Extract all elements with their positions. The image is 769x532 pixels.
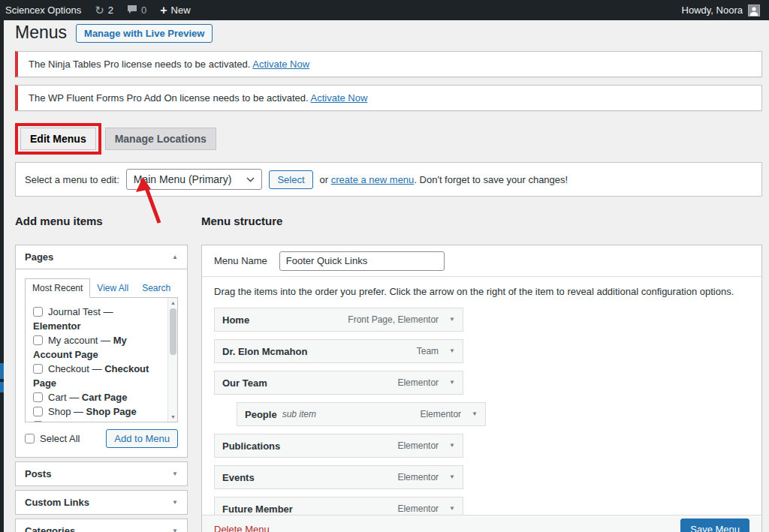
menu-item[interactable]: People sub item Elementor ▼ — [237, 402, 486, 426]
select-menu-label: Select a menu to edit: — [25, 174, 119, 185]
accordion-panel-posts[interactable]: Posts ▼ — [15, 461, 188, 486]
menu-item-label: Events — [222, 472, 255, 483]
chevron-down-icon[interactable]: ▼ — [472, 411, 478, 417]
menu-dropdown[interactable]: Main Menu (Primary) — [126, 169, 263, 190]
activate-now-link[interactable]: Activate Now — [252, 59, 309, 70]
create-new-menu-link[interactable]: create a new menu — [331, 174, 415, 185]
chevron-down-icon[interactable]: ▼ — [449, 474, 455, 480]
page-item-label-bold: Elementor — [33, 320, 81, 332]
select-all-input[interactable] — [25, 434, 35, 443]
menu-item[interactable]: Our Team Elementor ▼ — [214, 371, 463, 395]
page-checkbox-item[interactable]: Checkout — Checkout Page — [33, 362, 161, 390]
chevron-up-icon: ▲ — [172, 254, 178, 260]
page-checkbox-item[interactable]: Sample Page — [33, 419, 161, 422]
page-title: Menus — [15, 23, 67, 42]
menu-item-label: Publications — [222, 440, 280, 452]
license-notice-fluent-forms: The WP Fluent Forms Pro Add On license n… — [15, 85, 762, 111]
menu-item-meta: Elementor — [397, 440, 439, 451]
updates-icon: ↻ — [95, 5, 104, 16]
page-item-label: Checkout — — [48, 363, 104, 374]
publishing-actions: Delete Menu Save Menu — [202, 515, 761, 532]
page-item-label: Cart — — [48, 392, 82, 403]
howdy-account-menu[interactable]: Howdy, Noora — [682, 5, 743, 16]
page-checkbox-item[interactable]: Journal Test — Elementor — [33, 305, 161, 333]
accordion-label: Posts — [25, 468, 51, 479]
or-text: or — [320, 174, 331, 185]
tab-edit-menus[interactable]: Edit Menus — [20, 128, 96, 150]
updates-count: 2 — [108, 5, 113, 16]
menu-dropdown-value: Main Menu (Primary) — [134, 173, 232, 185]
pages-panel-header[interactable]: Pages ▲ — [16, 245, 187, 269]
pages-tabs: Most Recent View All Search — [25, 278, 178, 298]
menu-item[interactable]: Home Front Page, Elementor ▼ — [214, 308, 463, 332]
accordion-panel-categories[interactable]: Categories ▼ — [15, 518, 188, 532]
drag-instructions: Drag the items into the order you prefer… — [214, 286, 749, 297]
admin-bar: Sciencex Options ↻ 2 0 + New Howdy, Noor… — [0, 0, 769, 20]
new-label: New — [171, 5, 191, 16]
menu-item-label: Our Team — [222, 377, 267, 389]
comments-menu[interactable]: 0 — [127, 5, 146, 16]
page-item-label: Shop — — [48, 406, 86, 417]
scroll-up-icon[interactable]: ▲ — [168, 298, 178, 308]
license-notice-ninja-tables: The Ninja Tables Pro license needs to be… — [15, 51, 762, 77]
menu-item[interactable]: Publications Elementor ▼ — [214, 434, 463, 458]
page-checkbox-item[interactable]: Shop — Shop Page — [33, 404, 161, 419]
manage-with-live-preview-button[interactable]: Manage with Live Preview — [76, 24, 213, 43]
plus-icon: + — [160, 5, 167, 17]
chevron-down-icon[interactable]: ▼ — [449, 380, 455, 386]
page-item-checkbox[interactable] — [33, 407, 43, 416]
page-item-checkbox[interactable] — [33, 307, 43, 317]
menu-structure-heading: Menu structure — [201, 215, 762, 228]
select-all-checkbox[interactable]: Select All — [25, 433, 80, 444]
activate-now-link[interactable]: Activate Now — [311, 92, 368, 104]
comments-count: 0 — [141, 5, 146, 16]
accordion-label: Custom Links — [25, 497, 89, 508]
menu-item[interactable]: Dr. Elon Mcmahon Team ▼ — [214, 339, 463, 363]
page-checkbox-item[interactable]: My account — My Account Page — [33, 333, 161, 362]
new-content-menu[interactable]: + New — [160, 5, 190, 17]
chevron-down-icon — [246, 177, 255, 182]
menu-item-label: Future Member — [222, 503, 293, 515]
menu-item[interactable]: Events Elementor ▼ — [214, 465, 463, 489]
scrollbar-thumb[interactable] — [170, 308, 176, 355]
save-menu-button[interactable]: Save Menu — [680, 518, 749, 532]
menu-select-bar: Select a menu to edit: Main Menu (Primar… — [15, 162, 762, 197]
scrollbar[interactable]: ▲ ▼ — [167, 298, 177, 422]
menu-name-input[interactable] — [279, 251, 445, 271]
chevron-down-icon: ▼ — [172, 471, 178, 477]
page-item-checkbox[interactable] — [33, 335, 43, 345]
scroll-down-icon[interactable]: ▼ — [168, 412, 178, 422]
add-menu-items-heading: Add menu items — [15, 215, 188, 228]
accordion-panel-custom-links[interactable]: Custom Links ▼ — [15, 490, 188, 515]
create-menu-sentence: or create a new menu. Don't forget to sa… — [320, 174, 568, 185]
menu-item-label: People — [245, 409, 277, 420]
add-to-menu-button[interactable]: Add to Menu — [106, 429, 178, 448]
chevron-down-icon[interactable]: ▼ — [449, 348, 455, 354]
accordion-label: Categories — [25, 525, 75, 532]
notice-text: The Ninja Tables Pro license needs to be… — [29, 59, 252, 70]
pages-panel-title: Pages — [25, 251, 53, 263]
page-item-checkbox[interactable] — [33, 421, 43, 422]
chevron-down-icon[interactable]: ▼ — [449, 506, 455, 512]
tab-view-all[interactable]: View All — [90, 278, 135, 298]
site-name-menu[interactable]: Sciencex Options — [5, 5, 81, 16]
page-checkbox-item[interactable]: Cart — Cart Page — [33, 390, 161, 404]
menu-item-meta: Team — [417, 346, 439, 356]
tab-most-recent[interactable]: Most Recent — [25, 278, 90, 298]
nav-tabs: Edit Menus Manage Locations — [15, 123, 762, 155]
chevron-down-icon[interactable]: ▼ — [449, 317, 455, 323]
page-item-label-bold: Shop Page — [86, 406, 137, 417]
updates-menu[interactable]: ↻ 2 — [95, 5, 113, 16]
chevron-down-icon[interactable]: ▼ — [449, 443, 455, 449]
avatar[interactable] — [748, 5, 760, 17]
page-item-checkbox[interactable] — [33, 364, 43, 374]
page-item-checkbox[interactable] — [33, 392, 43, 402]
notice-text: The WP Fluent Forms Pro Add On license n… — [29, 92, 311, 104]
page-item-label: My account — — [48, 335, 113, 346]
tab-manage-locations[interactable]: Manage Locations — [105, 128, 216, 150]
menu-item-meta: Elementor — [397, 503, 439, 514]
delete-menu-link[interactable]: Delete Menu — [214, 524, 270, 532]
tab-search[interactable]: Search — [135, 278, 177, 298]
select-button[interactable]: Select — [269, 170, 312, 189]
menu-item[interactable]: Future Member Elementor ▼ — [214, 497, 463, 515]
